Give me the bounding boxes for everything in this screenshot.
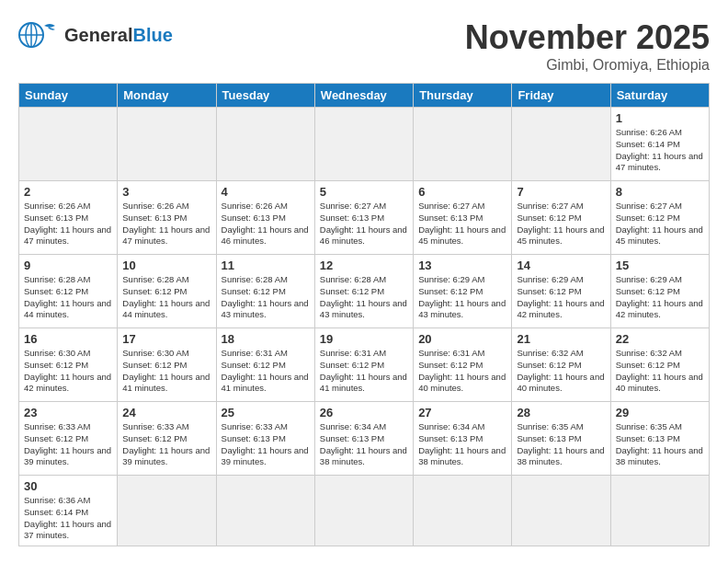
day-info: Sunrise: 6:35 AMSunset: 6:13 PMDaylight:… <box>517 421 605 468</box>
calendar-day-cell <box>314 108 413 181</box>
calendar-day-cell <box>314 476 413 546</box>
day-info: Sunrise: 6:31 AMSunset: 6:12 PMDaylight:… <box>222 348 310 395</box>
day-number: 26 <box>320 406 408 419</box>
day-info: Sunrise: 6:27 AMSunset: 6:12 PMDaylight:… <box>616 201 704 247</box>
weekday-header: Sunday <box>19 84 118 108</box>
day-info: Sunrise: 6:33 AMSunset: 6:13 PMDaylight:… <box>222 421 310 468</box>
calendar-day-cell: 16Sunrise: 6:30 AMSunset: 6:12 PMDayligh… <box>19 328 118 402</box>
day-info: Sunrise: 6:26 AMSunset: 6:13 PMDaylight:… <box>222 201 310 247</box>
day-number: 5 <box>320 185 408 199</box>
calendar-day-cell: 30Sunrise: 6:36 AMSunset: 6:14 PMDayligh… <box>19 476 118 546</box>
day-info: Sunrise: 6:26 AMSunset: 6:14 PMDaylight:… <box>616 127 704 174</box>
day-number: 20 <box>418 332 506 346</box>
day-number: 11 <box>222 259 310 272</box>
day-number: 9 <box>24 259 112 272</box>
calendar-day-cell: 24Sunrise: 6:33 AMSunset: 6:12 PMDayligh… <box>118 402 216 476</box>
calendar-day-cell: 19Sunrise: 6:31 AMSunset: 6:12 PMDayligh… <box>314 328 413 402</box>
logo-general: General <box>64 25 132 45</box>
day-number: 23 <box>24 406 112 419</box>
calendar-week-row: 9Sunrise: 6:28 AMSunset: 6:12 PMDaylight… <box>19 255 710 328</box>
day-number: 13 <box>418 259 506 272</box>
day-info: Sunrise: 6:26 AMSunset: 6:13 PMDaylight:… <box>24 201 112 247</box>
calendar-day-cell <box>216 108 314 181</box>
calendar-week-row: 1Sunrise: 6:26 AMSunset: 6:14 PMDaylight… <box>19 108 710 181</box>
day-number: 29 <box>616 406 704 419</box>
day-number: 17 <box>122 332 210 346</box>
calendar-day-cell <box>19 108 118 181</box>
day-info: Sunrise: 6:32 AMSunset: 6:12 PMDaylight:… <box>616 348 704 395</box>
calendar-day-cell: 9Sunrise: 6:28 AMSunset: 6:12 PMDaylight… <box>19 255 118 328</box>
calendar-day-cell: 2Sunrise: 6:26 AMSunset: 6:13 PMDaylight… <box>19 181 118 255</box>
calendar-day-cell <box>512 476 610 546</box>
logo-blue: Blue <box>132 25 172 45</box>
calendar-day-cell: 25Sunrise: 6:33 AMSunset: 6:13 PMDayligh… <box>216 402 314 476</box>
day-info: Sunrise: 6:31 AMSunset: 6:12 PMDaylight:… <box>320 348 408 395</box>
day-info: Sunrise: 6:27 AMSunset: 6:13 PMDaylight:… <box>320 201 408 247</box>
day-info: Sunrise: 6:30 AMSunset: 6:12 PMDaylight:… <box>24 348 112 395</box>
calendar-day-cell: 6Sunrise: 6:27 AMSunset: 6:13 PMDaylight… <box>414 181 512 255</box>
weekday-header: Wednesday <box>314 84 413 108</box>
calendar-day-cell: 22Sunrise: 6:32 AMSunset: 6:12 PMDayligh… <box>610 328 709 402</box>
day-number: 10 <box>122 259 210 272</box>
calendar-day-cell: 5Sunrise: 6:27 AMSunset: 6:13 PMDaylight… <box>314 181 413 255</box>
weekday-header: Saturday <box>610 84 709 108</box>
calendar-day-cell: 4Sunrise: 6:26 AMSunset: 6:13 PMDaylight… <box>216 181 314 255</box>
calendar-day-cell: 20Sunrise: 6:31 AMSunset: 6:12 PMDayligh… <box>414 328 512 402</box>
weekday-header: Thursday <box>414 84 512 108</box>
calendar-day-cell: 26Sunrise: 6:34 AMSunset: 6:13 PMDayligh… <box>314 402 413 476</box>
page-header: GeneralBlue November 2025 Gimbi, Oromiya… <box>18 18 710 74</box>
day-info: Sunrise: 6:26 AMSunset: 6:13 PMDaylight:… <box>122 201 210 247</box>
day-number: 22 <box>616 332 704 346</box>
calendar-day-cell: 12Sunrise: 6:28 AMSunset: 6:12 PMDayligh… <box>314 255 413 328</box>
calendar-day-cell: 29Sunrise: 6:35 AMSunset: 6:13 PMDayligh… <box>610 402 709 476</box>
month-title: November 2025 <box>465 18 710 57</box>
calendar-day-cell: 7Sunrise: 6:27 AMSunset: 6:12 PMDaylight… <box>512 181 610 255</box>
calendar-day-cell: 28Sunrise: 6:35 AMSunset: 6:13 PMDayligh… <box>512 402 610 476</box>
logo-icon <box>18 18 59 52</box>
day-info: Sunrise: 6:36 AMSunset: 6:14 PMDaylight:… <box>24 495 112 542</box>
day-info: Sunrise: 6:29 AMSunset: 6:12 PMDaylight:… <box>418 274 506 321</box>
day-info: Sunrise: 6:29 AMSunset: 6:12 PMDaylight:… <box>517 274 605 321</box>
calendar-day-cell: 21Sunrise: 6:32 AMSunset: 6:12 PMDayligh… <box>512 328 610 402</box>
day-info: Sunrise: 6:30 AMSunset: 6:12 PMDaylight:… <box>122 348 210 395</box>
day-number: 14 <box>517 259 605 272</box>
calendar-day-cell: 27Sunrise: 6:34 AMSunset: 6:13 PMDayligh… <box>414 402 512 476</box>
logo: GeneralBlue <box>18 18 173 52</box>
day-number: 25 <box>222 406 310 419</box>
day-number: 12 <box>320 259 408 272</box>
calendar-day-cell: 14Sunrise: 6:29 AMSunset: 6:12 PMDayligh… <box>512 255 610 328</box>
day-info: Sunrise: 6:28 AMSunset: 6:12 PMDaylight:… <box>24 274 112 321</box>
day-number: 21 <box>517 332 605 346</box>
day-info: Sunrise: 6:34 AMSunset: 6:13 PMDaylight:… <box>320 421 408 468</box>
calendar-day-cell: 1Sunrise: 6:26 AMSunset: 6:14 PMDaylight… <box>610 108 709 181</box>
weekday-header-row: SundayMondayTuesdayWednesdayThursdayFrid… <box>19 84 710 108</box>
location: Gimbi, Oromiya, Ethiopia <box>465 57 710 74</box>
day-number: 30 <box>24 479 112 493</box>
day-number: 4 <box>222 185 310 199</box>
day-number: 1 <box>616 111 704 125</box>
calendar-day-cell: 10Sunrise: 6:28 AMSunset: 6:12 PMDayligh… <box>118 255 216 328</box>
calendar-week-row: 30Sunrise: 6:36 AMSunset: 6:14 PMDayligh… <box>19 476 710 546</box>
day-info: Sunrise: 6:28 AMSunset: 6:12 PMDaylight:… <box>222 274 310 321</box>
calendar-day-cell <box>118 476 216 546</box>
weekday-header: Friday <box>512 84 610 108</box>
calendar-week-row: 16Sunrise: 6:30 AMSunset: 6:12 PMDayligh… <box>19 328 710 402</box>
calendar-day-cell: 17Sunrise: 6:30 AMSunset: 6:12 PMDayligh… <box>118 328 216 402</box>
day-number: 2 <box>24 185 112 199</box>
calendar-day-cell <box>414 108 512 181</box>
day-info: Sunrise: 6:32 AMSunset: 6:12 PMDaylight:… <box>517 348 605 395</box>
weekday-header: Monday <box>118 84 216 108</box>
day-number: 24 <box>122 406 210 419</box>
day-number: 6 <box>418 185 506 199</box>
day-info: Sunrise: 6:31 AMSunset: 6:12 PMDaylight:… <box>418 348 506 395</box>
calendar-day-cell <box>414 476 512 546</box>
calendar-day-cell: 11Sunrise: 6:28 AMSunset: 6:12 PMDayligh… <box>216 255 314 328</box>
calendar-week-row: 23Sunrise: 6:33 AMSunset: 6:12 PMDayligh… <box>19 402 710 476</box>
day-info: Sunrise: 6:34 AMSunset: 6:13 PMDaylight:… <box>418 421 506 468</box>
day-number: 15 <box>616 259 704 272</box>
day-number: 3 <box>122 185 210 199</box>
day-info: Sunrise: 6:33 AMSunset: 6:12 PMDaylight:… <box>24 421 112 468</box>
calendar-day-cell <box>118 108 216 181</box>
day-number: 19 <box>320 332 408 346</box>
day-number: 7 <box>517 185 605 199</box>
